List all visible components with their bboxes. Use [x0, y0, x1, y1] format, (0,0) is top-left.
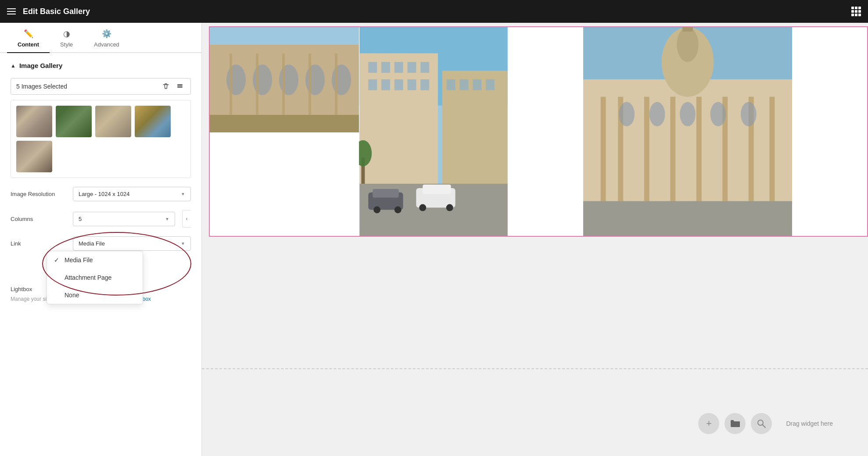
svg-rect-30: [408, 79, 416, 90]
svg-point-63: [649, 102, 665, 127]
image-resolution-control: Large - 1024 x 1024 ▼: [73, 187, 191, 201]
panel-collapse-arrow[interactable]: ‹: [182, 210, 191, 228]
style-tab-icon: ◑: [63, 29, 70, 39]
svg-rect-22: [368, 62, 377, 73]
stack-images-button[interactable]: [175, 82, 185, 91]
link-option-attachment-page[interactable]: Attachment Page: [47, 269, 143, 286]
hamburger-menu-icon[interactable]: [7, 8, 16, 14]
folder-icon: [730, 420, 740, 428]
tab-content[interactable]: ✏️ Content: [7, 23, 50, 53]
link-select[interactable]: Media File ▼: [73, 236, 191, 251]
search-icon: [757, 419, 766, 428]
svg-rect-40: [423, 185, 451, 194]
svg-rect-32: [447, 79, 456, 90]
main-layout: ✏️ Content ◑ Style ⚙️ Advanced ▲ Image G…: [0, 23, 868, 456]
svg-point-68: [758, 420, 763, 425]
link-control: Media File ▼ ✓ Media File Attachment Pag…: [73, 236, 191, 251]
gallery-image-3: [508, 27, 867, 236]
image-resolution-arrow-icon: ▼: [181, 192, 185, 196]
svg-rect-38: [373, 189, 399, 198]
svg-rect-67: [583, 201, 792, 236]
tab-content-label: Content: [18, 41, 39, 48]
svg-rect-0: [177, 87, 183, 88]
image-resolution-select[interactable]: Large - 1024 x 1024 ▼: [73, 187, 191, 201]
delete-images-button[interactable]: [161, 82, 171, 91]
link-option-none[interactable]: None: [47, 286, 143, 304]
gallery-preview: [209, 26, 868, 237]
svg-point-60: [677, 27, 699, 62]
svg-rect-26: [420, 62, 429, 73]
columns-control: 5 ▼: [73, 212, 175, 226]
columns-value: 5: [79, 216, 82, 222]
columns-row: Columns 5 ▼ ‹: [11, 210, 191, 228]
link-dropdown: ✓ Media File Attachment Page None: [47, 251, 143, 304]
image-resolution-label: Image Resolution: [11, 191, 68, 197]
drag-widget-text: Drag widget here: [786, 420, 833, 427]
svg-rect-28: [381, 79, 390, 90]
svg-point-7: [226, 64, 246, 95]
svg-point-44: [446, 204, 453, 211]
panel-content: ▲ Image Gallery 5 Images Selected: [0, 53, 201, 320]
section-image-gallery: ▲ Image Gallery: [11, 62, 191, 69]
link-option-media-file[interactable]: ✓ Media File: [47, 251, 143, 269]
svg-point-62: [619, 102, 635, 127]
add-widget-button[interactable]: +: [698, 413, 719, 434]
folder-widget-button[interactable]: [725, 413, 746, 434]
tab-advanced-label: Advanced: [94, 41, 119, 48]
svg-rect-24: [395, 62, 403, 73]
columns-arrow-icon: ▼: [165, 217, 169, 221]
gallery-image-1-bg: [210, 27, 359, 132]
media-file-check-icon: ✓: [54, 256, 61, 264]
svg-rect-27: [368, 79, 377, 90]
tabs-bar: ✏️ Content ◑ Style ⚙️ Advanced: [0, 23, 201, 53]
topbar: Edit Basic Gallery: [0, 0, 868, 23]
svg-point-9: [279, 64, 298, 95]
columns-select[interactable]: 5 ▼: [73, 212, 175, 226]
left-panel: ✏️ Content ◑ Style ⚙️ Advanced ▲ Image G…: [0, 23, 202, 456]
svg-rect-29: [395, 79, 403, 90]
thumbnail-5[interactable]: [16, 141, 52, 172]
svg-rect-33: [460, 79, 469, 90]
svg-rect-25: [408, 62, 416, 73]
svg-rect-35: [486, 79, 495, 90]
svg-point-42: [395, 207, 402, 214]
svg-point-66: [741, 102, 757, 127]
search-widget-button[interactable]: [751, 413, 772, 434]
apps-grid-icon[interactable]: [851, 7, 861, 16]
right-canvas: + Drag widget here: [202, 23, 868, 456]
svg-rect-2: [177, 84, 183, 85]
columns-label: Columns: [11, 216, 68, 222]
tab-advanced[interactable]: ⚙️ Advanced: [83, 23, 130, 53]
images-selected-bar: 5 Images Selected: [11, 78, 191, 95]
link-selected-value: Media File: [79, 240, 105, 247]
svg-line-69: [763, 425, 765, 428]
svg-rect-31: [420, 79, 429, 90]
svg-rect-1: [177, 86, 183, 86]
svg-point-64: [680, 102, 696, 127]
link-arrow-icon: ▼: [181, 241, 185, 246]
svg-point-41: [373, 207, 380, 214]
none-label: None: [65, 292, 79, 299]
svg-rect-17: [210, 115, 359, 132]
thumbnail-3[interactable]: [95, 106, 131, 137]
svg-rect-34: [473, 79, 481, 90]
thumbnail-1[interactable]: [16, 106, 52, 137]
svg-point-11: [332, 64, 351, 95]
tab-style-label: Style: [60, 41, 73, 48]
attachment-page-label: Attachment Page: [65, 274, 111, 281]
page-title: Edit Basic Gallery: [23, 7, 90, 16]
svg-rect-61: [682, 27, 693, 32]
section-collapse-arrow[interactable]: ▲: [11, 63, 16, 69]
tab-style[interactable]: ◑ Style: [50, 23, 83, 53]
media-file-label: Media File: [65, 256, 93, 264]
image-resolution-row: Image Resolution Large - 1024 x 1024 ▼: [11, 187, 191, 201]
thumbnail-4[interactable]: [135, 106, 171, 137]
gallery-image-1: [210, 27, 359, 132]
add-icon: +: [706, 418, 712, 429]
thumbnail-2[interactable]: [56, 106, 92, 137]
dashed-drop-area: [202, 368, 868, 456]
advanced-tab-icon: ⚙️: [102, 29, 111, 39]
section-title-text: Image Gallery: [19, 62, 62, 69]
images-selected-text: 5 Images Selected: [16, 83, 157, 90]
content-tab-icon: ✏️: [24, 29, 33, 39]
